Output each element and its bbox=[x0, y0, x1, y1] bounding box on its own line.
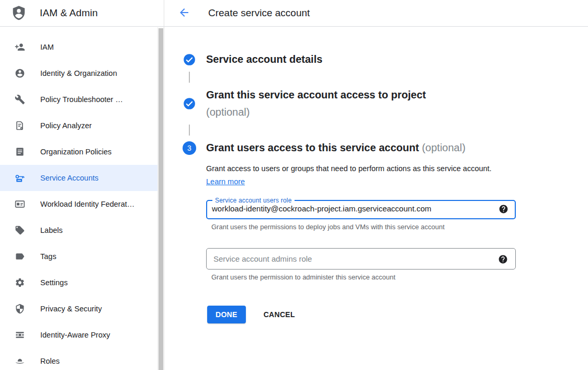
sidebar-item-privacy-security[interactable]: Privacy & Security bbox=[0, 296, 164, 322]
sidebar-item-label: Identity-Aware Proxy bbox=[40, 331, 110, 339]
step-3-grant-users-access: 3 Grant users access to this service acc… bbox=[183, 139, 588, 156]
proxy-icon bbox=[15, 330, 25, 340]
sidebar-item-label: Tags bbox=[40, 252, 56, 261]
main-panel: Create service account Service account d… bbox=[164, 0, 588, 370]
users-role-input[interactable] bbox=[212, 204, 492, 213]
sidebar-scrollbar-thumb[interactable] bbox=[159, 28, 163, 370]
sidebar-item-label: Service Accounts bbox=[40, 174, 98, 182]
step-3-description: Grant access to users or groups that nee… bbox=[206, 162, 497, 188]
sidebar-item-label: Identity & Organization bbox=[40, 69, 117, 77]
sidebar-item-labels[interactable]: Labels bbox=[0, 217, 164, 243]
hat-icon bbox=[15, 356, 25, 366]
step-3-title: Grant users access to this service accou… bbox=[206, 139, 466, 156]
admins-role-input[interactable] bbox=[213, 254, 492, 263]
step-1-service-account-details: Service account details bbox=[183, 51, 588, 68]
page-header: Create service account bbox=[164, 0, 588, 27]
sidebar-item-label: Policy Troubleshooter … bbox=[40, 95, 123, 104]
check-circle-icon bbox=[183, 97, 196, 110]
wizard-content: Service account details Grant this servi… bbox=[164, 27, 588, 344]
step-1-title: Service account details bbox=[206, 51, 322, 68]
gear-icon bbox=[15, 277, 25, 288]
sidebar-item-roles[interactable]: Roles bbox=[0, 348, 164, 370]
sidebar-item-label: Policy Analyzer bbox=[40, 121, 92, 130]
iam-shield-logo-icon bbox=[11, 4, 27, 22]
arrow-back-icon bbox=[178, 6, 190, 20]
check-circle-icon bbox=[183, 53, 196, 66]
page-title: Create service account bbox=[208, 7, 310, 19]
shield-icon bbox=[15, 304, 25, 314]
sidebar-item-label: Labels bbox=[40, 226, 63, 234]
document-icon bbox=[15, 147, 25, 157]
action-buttons: DONE CANCEL bbox=[206, 306, 588, 323]
help-icon[interactable] bbox=[498, 254, 508, 264]
users-role-helper-text: Grant users the permissions to deploy jo… bbox=[211, 223, 516, 231]
sidebar-item-policy-analyzer[interactable]: Policy Analyzer bbox=[0, 113, 164, 139]
sidebar-item-service-accounts[interactable]: Service Accounts bbox=[0, 165, 164, 191]
step-connector bbox=[189, 72, 190, 83]
sidebar: IAM & Admin IAM Identity & Organization … bbox=[0, 0, 164, 370]
users-role-field-group: Service account users role Grant users t… bbox=[206, 197, 516, 231]
users-role-field-label: Service account users role bbox=[212, 197, 295, 204]
sidebar-item-label: Settings bbox=[40, 278, 67, 287]
tag-arrow-icon bbox=[15, 251, 25, 262]
sidebar-item-organization-policies[interactable]: Organization Policies bbox=[0, 139, 164, 165]
help-icon[interactable] bbox=[499, 204, 508, 214]
step-connector bbox=[189, 125, 190, 136]
step-3-body: Grant access to users or groups that nee… bbox=[206, 162, 588, 344]
step-2-title: Grant this service account access to pro… bbox=[206, 86, 426, 121]
sidebar-item-policy-troubleshooter[interactable]: Policy Troubleshooter … bbox=[0, 86, 164, 113]
wrench-icon bbox=[15, 94, 25, 105]
sidebar-item-label: Workload Identity Federat… bbox=[40, 200, 134, 208]
sidebar-scrollbar[interactable] bbox=[157, 27, 164, 370]
label-tag-icon bbox=[15, 225, 25, 236]
step-3-optional-label: (optional) bbox=[422, 142, 465, 153]
learn-more-link[interactable]: Learn more bbox=[206, 177, 245, 186]
step-2-optional-label: (optional) bbox=[206, 106, 250, 118]
sidebar-item-label: Privacy & Security bbox=[40, 305, 102, 313]
sidebar-item-identity-organization[interactable]: Identity & Organization bbox=[0, 60, 164, 86]
iam-admin-app: IAM & Admin IAM Identity & Organization … bbox=[0, 0, 588, 370]
admins-role-helper-text: Grant users the permission to administer… bbox=[211, 273, 588, 281]
sidebar-item-workload-identity-federation[interactable]: Workload Identity Federat… bbox=[0, 191, 164, 217]
users-role-field-outline: Service account users role bbox=[206, 197, 516, 219]
sidebar-item-iam[interactable]: IAM bbox=[0, 34, 164, 60]
sidebar-item-identity-aware-proxy[interactable]: Identity-Aware Proxy bbox=[0, 322, 164, 348]
back-button[interactable] bbox=[178, 7, 190, 19]
sidebar-item-label: IAM bbox=[40, 43, 54, 51]
policy-analyzer-icon bbox=[15, 120, 25, 131]
sidebar-item-label: Organization Policies bbox=[40, 148, 111, 156]
sidebar-header: IAM & Admin bbox=[0, 0, 164, 27]
sidebar-item-tags[interactable]: Tags bbox=[0, 243, 164, 270]
step-3-number-badge: 3 bbox=[183, 141, 196, 155]
app-title: IAM & Admin bbox=[40, 7, 98, 19]
done-button[interactable]: DONE bbox=[207, 306, 246, 323]
admins-role-field-group bbox=[206, 248, 516, 270]
sidebar-nav: IAM Identity & Organization Policy Troub… bbox=[0, 27, 164, 370]
cancel-button[interactable]: CANCEL bbox=[264, 310, 295, 319]
sidebar-item-label: Roles bbox=[40, 357, 60, 365]
service-account-key-icon bbox=[15, 173, 25, 183]
card-icon bbox=[15, 199, 25, 209]
sidebar-item-settings[interactable]: Settings bbox=[0, 270, 164, 296]
person-add-icon bbox=[15, 42, 25, 52]
account-circle-icon bbox=[15, 68, 25, 79]
step-2-grant-access-to-project: Grant this service account access to pro… bbox=[183, 86, 588, 121]
